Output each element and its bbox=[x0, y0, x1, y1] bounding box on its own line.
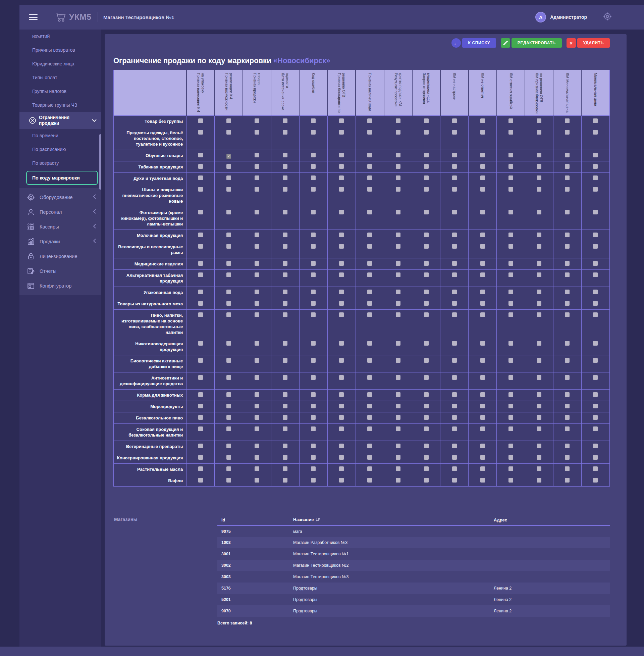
checkbox-unchecked[interactable] bbox=[367, 455, 372, 460]
checkbox-unchecked[interactable] bbox=[311, 444, 316, 448]
checkbox-unchecked[interactable] bbox=[255, 404, 259, 408]
sidebar-scrollbar[interactable] bbox=[99, 134, 101, 189]
checkbox-unchecked[interactable] bbox=[593, 427, 598, 431]
checkbox-unchecked[interactable] bbox=[593, 455, 598, 460]
checkbox-unchecked[interactable] bbox=[537, 427, 542, 431]
checkbox-unchecked[interactable] bbox=[480, 272, 485, 277]
checkbox-unchecked[interactable] bbox=[396, 415, 400, 420]
checkbox-unchecked[interactable] bbox=[198, 341, 203, 346]
checkbox-unchecked[interactable] bbox=[452, 341, 457, 346]
checkbox-unchecked[interactable] bbox=[255, 478, 259, 482]
delete-button[interactable]: × УДАЛИТЬ bbox=[567, 38, 610, 48]
checkbox-unchecked[interactable] bbox=[508, 301, 513, 306]
checkbox-unchecked[interactable] bbox=[198, 272, 203, 277]
checkbox-unchecked[interactable] bbox=[311, 210, 316, 214]
checkbox-unchecked[interactable] bbox=[537, 153, 542, 157]
checkbox-unchecked[interactable] bbox=[339, 375, 344, 380]
checkbox-unchecked[interactable] bbox=[424, 312, 429, 317]
checkbox-unchecked[interactable] bbox=[367, 427, 372, 431]
checkbox-unchecked[interactable] bbox=[311, 290, 316, 294]
checkbox-unchecked[interactable] bbox=[339, 244, 344, 249]
shop-row[interactable]: 5176ПродтоварыЛенина 2 bbox=[217, 583, 610, 594]
checkbox-unchecked[interactable] bbox=[480, 210, 485, 214]
checkbox-unchecked[interactable] bbox=[226, 341, 231, 346]
checkbox-unchecked[interactable] bbox=[255, 467, 259, 471]
checkbox-unchecked[interactable] bbox=[226, 375, 231, 380]
checkbox-unchecked[interactable] bbox=[198, 210, 203, 214]
checkbox-unchecked[interactable] bbox=[452, 261, 457, 266]
checkbox-unchecked[interactable] bbox=[593, 478, 598, 482]
checkbox-unchecked[interactable] bbox=[198, 467, 203, 471]
checkbox-unchecked[interactable] bbox=[339, 290, 344, 294]
checkbox-unchecked[interactable] bbox=[226, 187, 231, 191]
sidebar-sub-item[interactable]: По возрасту bbox=[20, 156, 101, 170]
checkbox-unchecked[interactable] bbox=[311, 392, 316, 397]
checkbox-unchecked[interactable] bbox=[565, 272, 570, 277]
checkbox-unchecked[interactable] bbox=[452, 176, 457, 180]
checkbox-unchecked[interactable] bbox=[311, 404, 316, 408]
checkbox-unchecked[interactable] bbox=[226, 232, 231, 237]
checkbox-unchecked[interactable] bbox=[593, 232, 598, 237]
checkbox-unchecked[interactable] bbox=[311, 261, 316, 266]
checkbox-unchecked[interactable] bbox=[537, 244, 542, 249]
checkbox-unchecked[interactable] bbox=[226, 130, 231, 135]
checkbox-unchecked[interactable] bbox=[593, 210, 598, 214]
checkbox-unchecked[interactable] bbox=[311, 415, 316, 420]
checkbox-unchecked[interactable] bbox=[508, 404, 513, 408]
checkbox-unchecked[interactable] bbox=[339, 301, 344, 306]
shop-row[interactable]: 3002Магазин Тестировщиков №2 bbox=[217, 560, 610, 571]
checkbox-unchecked[interactable] bbox=[452, 312, 457, 317]
close-icon[interactable]: × bbox=[567, 38, 576, 48]
checkbox-unchecked[interactable] bbox=[339, 130, 344, 135]
checkbox-unchecked[interactable] bbox=[508, 392, 513, 397]
checkbox-unchecked[interactable] bbox=[283, 467, 288, 471]
avatar[interactable]: А bbox=[535, 12, 546, 22]
checkbox-unchecked[interactable] bbox=[226, 244, 231, 249]
checkbox-unchecked[interactable] bbox=[480, 187, 485, 191]
checkbox-unchecked[interactable] bbox=[593, 130, 598, 135]
checkbox-unchecked[interactable] bbox=[480, 130, 485, 135]
checkbox-unchecked[interactable] bbox=[283, 455, 288, 460]
checkbox-unchecked[interactable] bbox=[508, 176, 513, 180]
checkbox-unchecked[interactable] bbox=[283, 312, 288, 317]
checkbox-unchecked[interactable] bbox=[593, 358, 598, 363]
checkbox-unchecked[interactable] bbox=[424, 261, 429, 266]
checkbox-unchecked[interactable] bbox=[396, 164, 400, 169]
checkbox-unchecked[interactable] bbox=[593, 290, 598, 294]
sidebar-item-конфигуратор[interactable]: Конфигуратор bbox=[20, 278, 101, 293]
checkbox-unchecked[interactable] bbox=[283, 375, 288, 380]
checkbox-unchecked[interactable] bbox=[565, 301, 570, 306]
shops-col-id[interactable]: id bbox=[217, 515, 289, 525]
shop-row[interactable]: 9070ПродтоварыЛенина 2 bbox=[217, 605, 610, 617]
checkbox-unchecked[interactable] bbox=[424, 392, 429, 397]
checkbox-unchecked[interactable] bbox=[452, 164, 457, 169]
checkbox-unchecked[interactable] bbox=[255, 392, 259, 397]
checkbox-unchecked[interactable] bbox=[311, 301, 316, 306]
checkbox-unchecked[interactable] bbox=[255, 301, 259, 306]
sidebar-item-marking-code[interactable]: По коду маркировки bbox=[26, 171, 98, 185]
checkbox-unchecked[interactable] bbox=[367, 375, 372, 380]
checkbox-unchecked[interactable] bbox=[424, 301, 429, 306]
checkbox-unchecked[interactable] bbox=[311, 455, 316, 460]
checkbox-unchecked[interactable] bbox=[508, 118, 513, 123]
checkbox-unchecked[interactable] bbox=[565, 244, 570, 249]
checkbox-unchecked[interactable] bbox=[339, 272, 344, 277]
checkbox-unchecked[interactable] bbox=[508, 455, 513, 460]
checkbox-unchecked[interactable] bbox=[283, 272, 288, 277]
checkbox-unchecked[interactable] bbox=[452, 404, 457, 408]
checkbox-unchecked[interactable] bbox=[198, 301, 203, 306]
checkbox-unchecked[interactable] bbox=[508, 232, 513, 237]
checkbox-unchecked[interactable] bbox=[255, 187, 259, 191]
checkbox-unchecked[interactable] bbox=[537, 232, 542, 237]
checkbox-unchecked[interactable] bbox=[537, 392, 542, 397]
checkbox-unchecked[interactable] bbox=[311, 130, 316, 135]
checkbox-unchecked[interactable] bbox=[396, 130, 400, 135]
checkbox-unchecked[interactable] bbox=[367, 392, 372, 397]
checkbox-unchecked[interactable] bbox=[396, 261, 400, 266]
checkbox-unchecked[interactable] bbox=[480, 444, 485, 448]
checkbox-unchecked[interactable] bbox=[593, 312, 598, 317]
checkbox-unchecked[interactable] bbox=[226, 176, 231, 180]
checkbox-unchecked[interactable] bbox=[452, 272, 457, 277]
checkbox-unchecked[interactable] bbox=[480, 404, 485, 408]
checkbox-unchecked[interactable] bbox=[198, 130, 203, 135]
